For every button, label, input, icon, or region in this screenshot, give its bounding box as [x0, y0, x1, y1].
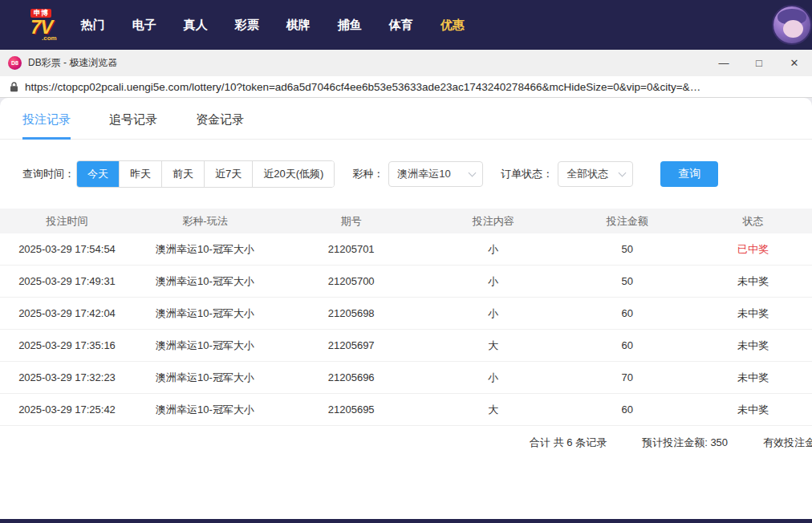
bottom-edge-bar: [0, 519, 812, 523]
time-filter-label: 查询时间：: [22, 167, 75, 181]
cell-bet-time: 2025-03-29 17:49:31: [0, 275, 134, 287]
nav-item-fishing[interactable]: 捕鱼: [338, 18, 362, 33]
logo-sub: .com: [42, 35, 57, 42]
cell-amount: 60: [560, 403, 694, 416]
order-status-select[interactable]: 全部状态: [558, 161, 633, 187]
summary-valid-amount: 有效投注金额: 350: [763, 436, 812, 450]
cell-issue: 21205700: [276, 275, 426, 287]
records-card: 投注记录 追号记录 资金记录 查询时间： 今天 昨天 前天 近7天 近20天(低…: [0, 98, 812, 519]
cell-bet-time: 2025-03-29 17:42:04: [0, 307, 134, 319]
cell-content: 小: [426, 274, 560, 289]
cell-amount: 60: [560, 339, 694, 351]
window-title: DB彩票 - 极速浏览器: [28, 56, 117, 70]
time-range-segment: 今天 昨天 前天 近7天 近20天(低频): [76, 160, 335, 188]
lottery-select-value: 澳洲幸运10: [397, 167, 450, 181]
nav-item-board[interactable]: 棋牌: [286, 18, 311, 33]
cell-content: 小: [426, 371, 560, 385]
window-controls: — □ ✕: [706, 50, 812, 76]
cell-bet-time: 2025-03-29 17:54:54: [0, 243, 134, 255]
cell-content: 大: [426, 339, 560, 353]
cell-amount: 50: [560, 243, 694, 255]
record-tabs: 投注记录 追号记录 资金记录: [0, 98, 812, 140]
table-row: 2025-03-29 17:49:31 澳洲幸运10-冠军大小 21205700…: [0, 266, 812, 298]
site-logo[interactable]: 申博 7V .com: [30, 9, 57, 42]
lottery-filter-label: 彩种：: [352, 167, 384, 181]
cell-status: 未中奖: [694, 403, 812, 417]
cell-bet-time: 2025-03-29 17:25:42: [0, 403, 134, 416]
col-header-game: 彩种-玩法: [134, 214, 276, 229]
close-button[interactable]: ✕: [777, 50, 812, 76]
cell-game: 澳洲幸运10-冠军大小: [134, 339, 276, 353]
site-nav: 申博 7V .com 热门 电子 真人 彩票 棋牌 捕鱼 体育 优惠: [0, 0, 812, 50]
status-filter-label: 订单状态：: [501, 167, 553, 181]
time-option-20days[interactable]: 近20天(低频): [252, 161, 334, 187]
col-header-issue: 期号: [276, 214, 426, 229]
tab-fund-records[interactable]: 资金记录: [196, 112, 244, 139]
browser-app-icon: D8: [8, 56, 22, 70]
cell-game: 澳洲幸运10-冠军大小: [134, 306, 276, 321]
cell-bet-time: 2025-03-29 17:35:16: [0, 339, 134, 351]
nav-item-sports[interactable]: 体育: [389, 18, 413, 33]
table-row: 2025-03-29 17:54:54 澳洲幸运10-冠军大小 21205701…: [0, 233, 812, 266]
cell-status: 未中奖: [694, 339, 812, 353]
query-button[interactable]: 查询: [660, 161, 718, 187]
cell-game: 澳洲幸运10-冠军大小: [134, 242, 276, 257]
tab-bet-records[interactable]: 投注记录: [22, 112, 71, 139]
cell-issue: 21205696: [276, 371, 426, 383]
table-row: 2025-03-29 17:32:23 澳洲幸运10-冠军大小 21205696…: [0, 362, 812, 394]
cell-status: 已中奖: [694, 242, 812, 257]
address-bar[interactable]: https://ctopcp02pcali.uengi5e.com/lotter…: [0, 76, 812, 98]
page-content: 投注记录 追号记录 资金记录 查询时间： 今天 昨天 前天 近7天 近20天(低…: [0, 98, 812, 519]
nav-item-promo[interactable]: 优惠: [441, 18, 465, 33]
chevron-down-icon: [619, 168, 627, 176]
lottery-select[interactable]: 澳洲幸运10: [388, 161, 483, 187]
table-row: 2025-03-29 17:35:16 澳洲幸运10-冠军大小 21205697…: [0, 330, 812, 362]
time-option-7days[interactable]: 近7天: [204, 161, 252, 187]
table-row: 2025-03-29 17:25:42 澳洲幸运10-冠军大小 21205695…: [0, 394, 812, 426]
lock-icon[interactable]: [10, 82, 18, 92]
table-header-row: 投注时间 彩种-玩法 期号 投注内容 投注金额 状态: [0, 209, 812, 233]
cell-content: 小: [426, 306, 560, 321]
maximize-button[interactable]: □: [741, 50, 777, 76]
minimize-button[interactable]: —: [706, 50, 741, 76]
cell-issue: 21205698: [276, 307, 426, 319]
filter-bar: 查询时间： 今天 昨天 前天 近7天 近20天(低频) 彩种： 澳洲幸运10 订…: [22, 160, 790, 188]
cell-content: 大: [426, 403, 560, 417]
cell-game: 澳洲幸运10-冠军大小: [134, 274, 276, 289]
cell-issue: 21205695: [276, 403, 426, 416]
summary-expected-amount: 预计投注金额: 350: [642, 436, 728, 450]
logo-main: 7V: [30, 18, 52, 37]
cell-issue: 21205701: [276, 243, 426, 255]
table-row: 2025-03-29 17:42:04 澳洲幸运10-冠军大小 21205698…: [0, 298, 812, 330]
cell-amount: 50: [560, 275, 694, 287]
cell-content: 小: [426, 242, 560, 257]
cell-amount: 70: [560, 371, 694, 383]
summary-total-count: 合计 共 6 条记录: [530, 436, 607, 450]
nav-item-slots[interactable]: 电子: [132, 18, 156, 33]
user-avatar[interactable]: [772, 5, 812, 45]
table-summary: 合计 共 6 条记录 预计投注金额: 350 有效投注金额: 350: [0, 426, 812, 460]
cell-game: 澳洲幸运10-冠军大小: [134, 371, 276, 385]
cell-status: 未中奖: [694, 371, 812, 385]
nav-menu: 热门 电子 真人 彩票 棋牌 捕鱼 体育 优惠: [81, 18, 465, 33]
col-header-content: 投注内容: [426, 214, 560, 229]
col-header-amount: 投注金额: [560, 214, 694, 229]
cell-amount: 60: [560, 307, 694, 319]
time-option-day-before[interactable]: 前天: [161, 161, 204, 187]
cell-status: 未中奖: [694, 274, 812, 289]
status-select-value: 全部状态: [566, 167, 608, 181]
cell-status: 未中奖: [694, 306, 812, 321]
time-option-today[interactable]: 今天: [77, 161, 119, 187]
cell-issue: 21205697: [276, 339, 426, 351]
chevron-down-icon: [469, 168, 477, 176]
col-header-bet-time: 投注时间: [0, 214, 134, 229]
nav-item-live[interactable]: 真人: [184, 18, 208, 33]
time-option-yesterday[interactable]: 昨天: [119, 161, 161, 187]
browser-titlebar: D8 DB彩票 - 极速浏览器 — □ ✕: [0, 50, 812, 76]
nav-item-lottery[interactable]: 彩票: [235, 18, 259, 33]
cell-game: 澳洲幸运10-冠军大小: [134, 403, 276, 417]
bet-records-table: 投注时间 彩种-玩法 期号 投注内容 投注金额 状态 2025-03-29 17…: [0, 209, 812, 460]
nav-item-hot[interactable]: 热门: [81, 18, 105, 33]
tab-chase-records[interactable]: 追号记录: [109, 112, 157, 139]
url-text[interactable]: https://ctopcp02pcali.uengi5e.com/lotter…: [25, 81, 700, 93]
